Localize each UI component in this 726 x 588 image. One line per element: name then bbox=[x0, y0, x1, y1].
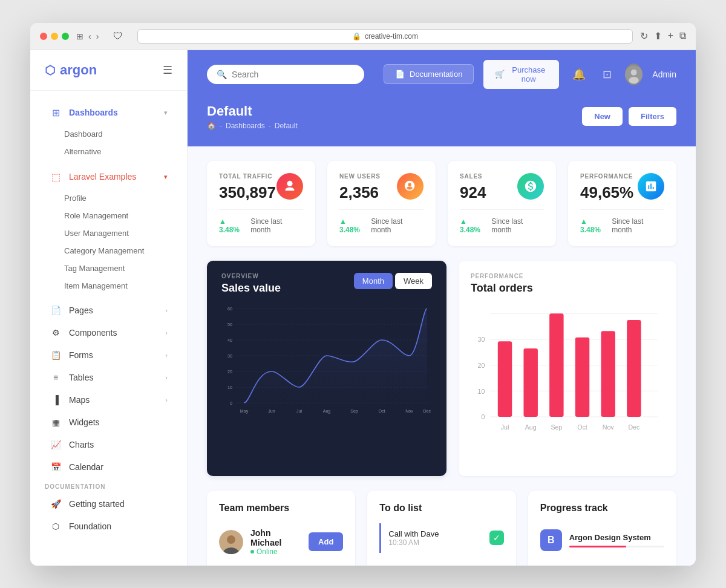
svg-rect-34 bbox=[498, 341, 512, 417]
progress-icon: B bbox=[540, 529, 562, 551]
admin-name[interactable]: Admin bbox=[652, 70, 676, 79]
sidebar-item-components[interactable]: ⚙ Components › bbox=[35, 322, 182, 344]
pages-label: Pages bbox=[69, 305, 158, 315]
sidebar-item-tables[interactable]: ≡ Tables › bbox=[35, 367, 182, 388]
stat-since-performance: Since last month bbox=[612, 217, 664, 234]
new-button[interactable]: New bbox=[582, 107, 623, 126]
breadcrumb-default[interactable]: Default bbox=[275, 122, 298, 130]
browser-address-bar[interactable]: 🔒 creative-tim.com bbox=[137, 29, 632, 44]
todo-item-title: Call with Dave bbox=[388, 529, 483, 538]
sub-item-category-management[interactable]: Category Management bbox=[30, 242, 187, 260]
getting-started-icon: 🚀 bbox=[50, 499, 62, 509]
notifications-button[interactable]: 🔔 bbox=[569, 64, 589, 85]
stat-label-users: NEW USERS bbox=[339, 173, 381, 180]
page-header: Default 🏠 - Dashboards - Default New Fil… bbox=[188, 99, 696, 147]
hamburger-menu[interactable]: ☰ bbox=[163, 64, 172, 77]
sidebar-item-dashboards[interactable]: ⊞ Dashboards ▾ bbox=[35, 101, 182, 125]
browser-reload-icon[interactable]: ↻ bbox=[640, 30, 648, 42]
brand-logo[interactable]: ⬡ argon bbox=[45, 62, 97, 78]
browser-newtab-icon[interactable]: + bbox=[668, 30, 673, 42]
dashboards-chevron: ▾ bbox=[164, 109, 168, 117]
sidebar-item-getting-started[interactable]: 🚀 Getting started bbox=[35, 493, 182, 515]
member-avatar bbox=[219, 530, 243, 554]
browser-sidebar-icon[interactable]: ⊞ bbox=[76, 31, 83, 41]
admin-avatar[interactable] bbox=[625, 64, 643, 85]
sub-item-tag-management[interactable]: Tag Management bbox=[30, 260, 187, 277]
sub-item-item-management[interactable]: Item Management bbox=[30, 277, 187, 295]
breadcrumb-dashboards[interactable]: Dashboards bbox=[226, 122, 265, 130]
breadcrumb: 🏠 - Dashboards - Default bbox=[207, 122, 298, 130]
browser-share-icon[interactable]: ⬆ bbox=[654, 30, 662, 42]
svg-rect-35 bbox=[523, 348, 537, 416]
sidebar-item-maps[interactable]: ▐ Maps › bbox=[35, 389, 182, 411]
todo-title: To do list bbox=[379, 503, 503, 514]
screen-share-button[interactable]: ⊡ bbox=[599, 64, 615, 85]
svg-text:10: 10 bbox=[478, 387, 485, 394]
sidebar-item-foundation[interactable]: ⬡ Foundation bbox=[35, 515, 182, 537]
svg-text:Sep: Sep bbox=[350, 409, 358, 414]
svg-rect-39 bbox=[627, 320, 641, 417]
sidebar-brand: ⬡ argon ☰ bbox=[30, 50, 187, 91]
stat-value-users: 2,356 bbox=[339, 183, 381, 202]
browser-forward-icon[interactable]: › bbox=[96, 31, 99, 41]
search-box[interactable]: 🔍 bbox=[207, 65, 364, 84]
sub-item-dashboard[interactable]: Dashboard bbox=[30, 125, 187, 143]
svg-text:Oct: Oct bbox=[577, 423, 587, 431]
stat-value-sales: 924 bbox=[460, 183, 486, 202]
stat-since-sales: Since last month bbox=[491, 217, 544, 234]
sidebar-item-forms[interactable]: 📋 Forms › bbox=[35, 344, 182, 366]
tables-icon: ≡ bbox=[50, 373, 62, 382]
components-icon: ⚙ bbox=[50, 328, 62, 338]
progress-bar-fill bbox=[569, 546, 626, 547]
svg-text:Aug: Aug bbox=[323, 409, 331, 414]
sidebar-item-calendar[interactable]: 📅 Calendar bbox=[35, 456, 182, 478]
stat-icon-users bbox=[397, 173, 424, 200]
calendar-icon: 📅 bbox=[50, 462, 62, 472]
todo-check-icon[interactable]: ✓ bbox=[489, 531, 504, 545]
forms-icon: 📋 bbox=[50, 350, 62, 360]
sub-item-role-management[interactable]: Role Management bbox=[30, 207, 187, 224]
member-info: John Michael Online bbox=[250, 528, 301, 556]
browser-shield-icon: 🛡 bbox=[106, 31, 130, 42]
maps-icon: ▐ bbox=[50, 395, 62, 405]
stat-icon-performance bbox=[638, 173, 664, 200]
stat-value-traffic: 350,897 bbox=[219, 183, 276, 202]
sub-item-profile[interactable]: Profile bbox=[30, 189, 187, 207]
calendar-label: Calendar bbox=[69, 462, 168, 472]
add-member-button[interactable]: Add bbox=[309, 532, 343, 551]
search-input[interactable] bbox=[232, 70, 355, 79]
team-members-title: Team members bbox=[219, 503, 343, 514]
sidebar-item-widgets[interactable]: ▦ Widgets bbox=[35, 411, 182, 433]
sub-item-user-management[interactable]: User Management bbox=[30, 224, 187, 242]
svg-text:Jun: Jun bbox=[268, 409, 275, 414]
month-toggle-button[interactable]: Month bbox=[354, 273, 393, 289]
brand-name: argon bbox=[60, 62, 97, 78]
browser-windows-icon[interactable]: ⧉ bbox=[679, 30, 686, 42]
browser-maximize-dot bbox=[62, 33, 69, 40]
sidebar-item-laravel[interactable]: ⬚ Laravel Examples ▾ bbox=[35, 165, 182, 189]
browser-back-icon[interactable]: ‹ bbox=[88, 31, 91, 41]
purchase-button[interactable]: 🛒 Purchase now bbox=[483, 60, 559, 89]
sidebar-item-charts[interactable]: 📈 Charts bbox=[35, 434, 182, 456]
documentation-button[interactable]: 📄 Documentation bbox=[384, 64, 474, 84]
filters-button[interactable]: Filters bbox=[629, 107, 676, 126]
svg-text:Nov: Nov bbox=[603, 423, 615, 431]
stat-card-sales: SALES 924 ▲ 3.48% Since last month bbox=[448, 161, 556, 246]
svg-text:60: 60 bbox=[227, 306, 232, 311]
sidebar-item-pages[interactable]: 📄 Pages › bbox=[35, 299, 182, 321]
stat-icon-sales bbox=[517, 173, 544, 200]
components-chevron: › bbox=[165, 329, 168, 336]
sub-item-alternative[interactable]: Alternative bbox=[30, 143, 187, 160]
maps-label: Maps bbox=[69, 395, 158, 405]
page-title: Default bbox=[207, 103, 298, 119]
progress-card: Progress track B Argon Design System bbox=[528, 491, 676, 566]
foundation-icon: ⬡ bbox=[50, 521, 62, 531]
week-toggle-button[interactable]: Week bbox=[395, 273, 432, 289]
team-members-card: Team members John Michael bbox=[207, 491, 355, 566]
sidebar: ⬡ argon ☰ ⊞ Dashboards ▾ Dashboard Alter… bbox=[30, 50, 188, 566]
todo-item: Call with Dave 10:30 AM ✓ bbox=[379, 523, 503, 553]
stat-label-traffic: TOTAL TRAFFIC bbox=[219, 173, 276, 180]
team-member-item: John Michael Online Add bbox=[219, 523, 343, 561]
sales-chart-card: OVERVIEW Sales value Month Week bbox=[207, 261, 446, 476]
progress-info: Argon Design System bbox=[569, 533, 664, 547]
